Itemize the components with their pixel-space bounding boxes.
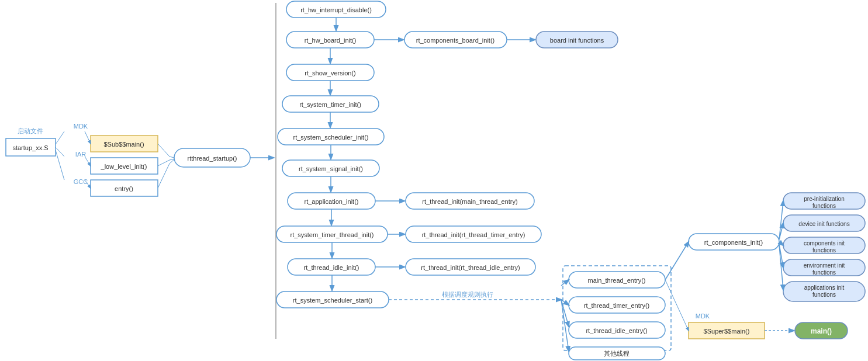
iar-label: IAR	[75, 151, 86, 158]
svg-line-73	[665, 280, 689, 331]
svg-line-13	[158, 164, 170, 188]
svg-line-7	[85, 131, 91, 144]
entry-label: entry()	[115, 185, 133, 192]
board-init-functions-label: board init functions	[550, 37, 604, 44]
components-init-label: rt_components_init()	[704, 239, 763, 246]
pre-init-label2: functions	[812, 203, 836, 209]
svg-line-59	[665, 242, 689, 280]
other-threads-label: 其他线程	[604, 350, 630, 357]
svg-line-12	[158, 160, 170, 166]
low-level-label: _low_level_init()	[101, 163, 147, 170]
environment-init-label: environment init	[804, 262, 845, 269]
thread-idle-entry-label: rt_thread_idle_entry()	[586, 327, 647, 334]
svg-line-8	[85, 157, 91, 166]
svg-line-54	[561, 280, 569, 286]
scheduler-rule-label: 根据调度规则执行	[442, 291, 493, 298]
hw-board-init-label: rt_hw_board_init()	[305, 37, 357, 44]
svg-line-57	[561, 300, 569, 351]
main-label: main()	[811, 327, 832, 335]
svg-line-11	[158, 144, 170, 157]
super-main-label: $Super$$main()	[704, 328, 750, 335]
system-scheduler-init-label: rt_system_scheduler_init()	[293, 134, 369, 141]
diagram: startup_xx.S 启动文件 MDK IAR GCC $Sub$$main…	[0, 0, 868, 361]
qidong-label: 启动文件	[18, 127, 43, 134]
system-scheduler-start-label: rt_system_scheduler_start()	[293, 297, 372, 304]
applications-init-label2: functions	[812, 291, 836, 298]
rtthread-startup-label: rtthread_startup()	[188, 155, 237, 162]
thread-init-main-label: rt_thread_init(main_thread_entry)	[422, 198, 517, 205]
system-timer-thread-init-label: rt_system_timer_thread_init()	[290, 231, 374, 238]
pre-init-label: pre-initialization	[804, 196, 844, 202]
thread-idle-init-label: rt_thread_idle_init()	[304, 264, 359, 271]
main-thread-entry-label: main_thread_entry()	[587, 277, 645, 284]
mdk-label: MDK	[74, 123, 88, 130]
svg-line-65	[779, 201, 783, 239]
components-init-functions-label: components init	[804, 240, 845, 247]
components-init-functions-label2: functions	[812, 247, 836, 254]
svg-line-14	[170, 157, 174, 158]
device-init-label: device init functions	[798, 221, 849, 227]
hw-interrupt-disable-label: rt_hw_interrupt_disable()	[300, 6, 372, 13]
svg-line-3	[56, 150, 64, 180]
applications-init-label: applications init	[804, 284, 845, 291]
system-timer-init-label: rt_system_timer_init()	[299, 101, 361, 108]
svg-line-69	[779, 245, 783, 290]
thread-init-timer-label: rt_thread_init(rt_thread_timer_entry)	[422, 231, 525, 238]
application-init-label: rt_application_init()	[305, 198, 359, 205]
show-version-label: rt_show_version()	[305, 70, 355, 77]
thread-init-idle-label: rt_thread_init(rt_thread_idle_entry)	[421, 264, 520, 271]
components-board-init-label: rt_components_board_init()	[416, 37, 495, 44]
system-signal-init-label: rt_system_signal_init()	[299, 165, 363, 172]
environment-init-label2: functions	[812, 269, 836, 276]
svg-line-67	[779, 242, 783, 245]
sub-main-label: $Sub$$main()	[103, 141, 144, 148]
mdk-label2: MDK	[696, 313, 710, 320]
thread-timer-entry-label: rt_thread_timer_entry()	[584, 302, 650, 309]
svg-line-1	[56, 131, 64, 144]
startup-label: startup_xx.S	[12, 144, 48, 151]
